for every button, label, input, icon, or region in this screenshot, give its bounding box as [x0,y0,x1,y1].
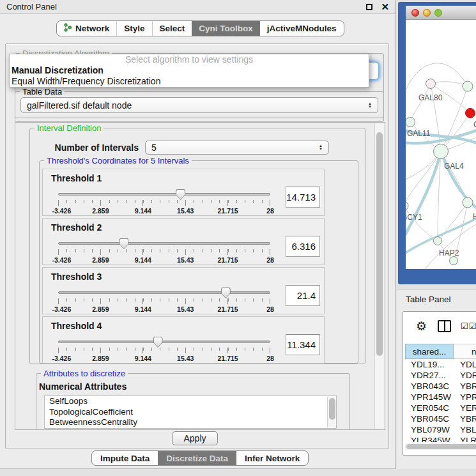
node[interactable] [450,257,458,265]
split-columns-icon[interactable] [438,320,451,332]
column-header-name[interactable]: na [454,344,476,359]
table-row[interactable]: YBR043CYBR0 [405,381,476,392]
number-of-intervals-value: 5 [151,142,157,153]
cyni-main-panel: Discretization Algorithm Select algorith… [5,43,389,449]
threshold-3-slider[interactable]: -3.426 2.859 9.144 15.43 21.715 28 [58,287,270,314]
network-nodes[interactable] [406,79,475,265]
attributes-group: Attributes to discretize Numerical Attri… [36,373,350,430]
zoom-traffic-light-icon[interactable] [434,9,442,17]
table-panel-toolbar: ⚙ ☑☑ [403,312,476,340]
slider-ticks [58,249,270,255]
close-traffic-light-icon[interactable] [411,9,419,17]
table-row[interactable]: YBR045CYBR0 [405,413,476,424]
node[interactable] [463,81,473,91]
slider-tick-labels: -3.426 2.859 9.144 15.43 21.715 28 [58,256,270,264]
window-title: Control Panel [6,2,57,12]
number-of-intervals-combobox[interactable]: 5 ▲▼ [145,141,329,155]
slider-track[interactable] [58,242,270,245]
table-data-group: Table Data galFiltered.sif default node … [15,91,384,118]
threshold-3-label: Threshold 3 [51,272,102,282]
numerical-attributes-list[interactable]: SelfLoops TopologicalCoefficient Between… [44,395,337,429]
thresholds-group: Threshold's Coordinates for 5 Intervals … [39,160,358,364]
column-header-shared[interactable]: shared... [405,344,454,359]
close-icon[interactable]: ✕ [381,4,389,10]
threshold-4-value-field[interactable]: 11.344 [286,334,320,355]
slider-track[interactable] [58,291,270,294]
node-label: GCY1 [406,213,422,222]
dropdown-option-manual[interactable]: Manual Discretization [10,65,369,76]
list-item[interactable]: TopologicalCoefficient [45,407,336,418]
node-label: HAP2 [439,249,459,257]
node-selected[interactable] [466,109,475,118]
threshold-2-label: Threshold 2 [51,222,102,233]
slider-ticks [58,200,270,206]
table-horizontal-scrollbar[interactable] [405,443,476,450]
minimize-traffic-light-icon[interactable] [423,9,431,17]
threshold-2-value-field[interactable]: 6.316 [286,236,320,257]
tab-select[interactable]: Select [152,21,192,36]
checkbox-columns-icon[interactable]: ☑☑ [461,321,476,331]
threshold-3-value-field[interactable]: 21.4 [286,285,320,306]
threshold-2-slider[interactable]: -3.426 2.859 9.144 15.43 21.715 28 [58,238,270,265]
slider-thumb[interactable] [176,189,185,200]
table-row[interactable]: YBL079WYBL0 [405,424,476,435]
network-window-titlebar [406,6,476,20]
slider-track[interactable] [58,341,270,343]
tab-impute-data[interactable]: Impute Data [92,451,158,465]
scrollbar-thumb[interactable] [376,132,383,356]
top-tabbar: Network Style Select Cyni Toolbox jActiv… [56,20,344,36]
node-gal80[interactable] [426,79,436,89]
network-view-window: GAL80 GAL11 GAL4 GCY1 HAP2 H G C [398,2,476,284]
gear-icon[interactable]: ⚙ [416,320,427,332]
node-label: GAL11 [407,129,431,138]
apply-button[interactable]: Apply [172,431,218,445]
slider-ticks [58,348,270,353]
table-data-title: Table Data [20,87,65,96]
slider-thumb[interactable] [119,238,128,249]
node-gcy1[interactable] [406,201,408,210]
table-row[interactable]: YDR27...YDR2 [405,370,476,381]
settings-scrollbar[interactable] [374,123,384,429]
table-data-combobox[interactable]: galFiltered.sif default node ▲▼ [20,97,378,113]
table-row[interactable]: YDL19...YDL1 [405,359,476,370]
tab-style[interactable]: Style [116,21,151,36]
float-window-icon[interactable] [366,4,372,10]
table-row[interactable]: YLR345WYLR3 [405,435,476,442]
threshold-1-value-field[interactable]: 14.713 [286,187,320,208]
node-hap2[interactable] [434,237,442,245]
table-rows: YDL19...YDL1 YDR27...YDR2 YBR043CYBR0 YP… [405,359,476,442]
tab-discretize-data[interactable]: Discretize Data [158,451,236,465]
slider-tick-labels: -3.426 2.859 9.144 15.43 21.715 28 [58,355,270,362]
list-item[interactable]: BetweennessCentrality [45,417,336,428]
tab-network[interactable]: Network [57,21,116,36]
slider-track[interactable] [58,193,270,196]
tab-infer-network[interactable]: Infer Network [236,451,308,465]
table-data-value: galFiltered.sif default node [27,100,132,111]
tab-cyni-toolbox[interactable]: Cyni Toolbox [192,21,260,36]
tab-jactivemnodules[interactable]: jActiveMNodules [260,21,344,36]
threshold-4-label: Threshold 4 [51,321,102,331]
slider-tick-labels: -3.426 2.859 9.144 15.43 21.715 28 [58,305,270,313]
dropdown-option-equal-width[interactable]: Equal Width/Frequency Discretization [10,76,369,87]
threshold-1-slider[interactable]: -3.426 2.859 9.144 15.43 21.715 28 [58,188,270,215]
algorithm-dropdown-popup: Select algorithm to view settings Manual… [9,54,369,88]
list-item[interactable]: SelfLoops [45,396,336,407]
threshold-4-slider[interactable]: -3.426 2.859 9.144 15.43 21.715 28 [58,336,270,363]
list-scrollbar[interactable] [327,397,335,427]
scrollbar-thumb[interactable] [406,444,476,449]
network-canvas[interactable]: GAL80 GAL11 GAL4 GCY1 HAP2 H G C [406,20,476,269]
node-gal11[interactable] [406,118,415,127]
node[interactable] [463,197,473,208]
scrollbar-thumb[interactable] [329,398,335,420]
table-row[interactable]: YPR145WYPR1 [405,392,476,403]
network-icon [64,23,72,34]
node-gal4[interactable] [434,144,449,159]
threshold-4-panel: Threshold 4 -3.426 2.859 9.144 15.43 21.… [42,316,325,364]
combo-arrows-icon: ▲▼ [368,102,372,109]
slider-thumb[interactable] [221,288,231,298]
table-row[interactable]: YER054CYER0 [405,403,476,413]
control-panel-window: Control Panel ✕ Network Style Select Cyn… [0,0,396,469]
node-label: GAL4 [444,162,464,171]
node-label: H [473,212,476,221]
slider-thumb[interactable] [153,337,163,348]
